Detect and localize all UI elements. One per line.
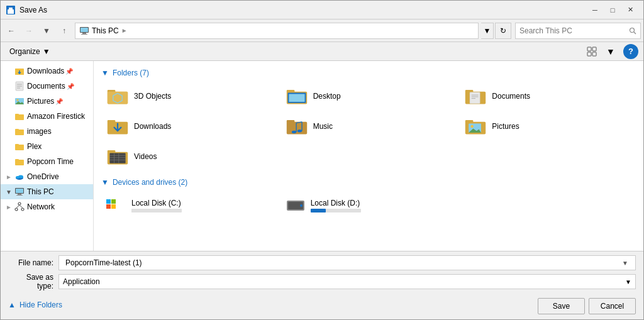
svg-rect-67: [465, 120, 474, 123]
sidebar-item-network[interactable]: ► Network: [1, 199, 93, 214]
sidebar-item-images[interactable]: images: [1, 124, 93, 139]
address-dropdown-button[interactable]: ▼: [481, 23, 494, 39]
sidebar-downloads-label: Downloads: [27, 67, 64, 75]
maximize-button[interactable]: □: [604, 4, 621, 16]
view-icon: [587, 47, 597, 57]
filename-label: File name:: [8, 258, 58, 267]
drive-d[interactable]: Local Disk (D:): [280, 192, 457, 219]
filename-dropdown-button[interactable]: ▼: [619, 256, 631, 270]
saveastype-select[interactable]: Application ▼: [58, 274, 636, 289]
folder-documents-name: Documents: [492, 92, 530, 101]
svg-line-8: [634, 32, 636, 34]
svg-rect-11: [587, 52, 591, 56]
sidebar-network-label: Network: [27, 202, 55, 211]
folder-downloads[interactable]: Downloads: [101, 113, 278, 140]
folder-music[interactable]: Music: [280, 113, 457, 140]
folder-videos-name: Videos: [134, 152, 157, 161]
svg-rect-5: [82, 33, 86, 34]
path-text: This PC: [92, 26, 119, 35]
drive-d-bar: [311, 209, 326, 212]
svg-line-41: [16, 205, 19, 208]
computer-icon-sidebar: [14, 187, 25, 197]
view-dropdown-button[interactable]: ▼: [602, 44, 619, 59]
sidebar-popcorn-label: Popcorn Time: [27, 157, 74, 166]
path-arrow: ►: [121, 27, 128, 34]
svg-rect-10: [592, 47, 596, 51]
svg-rect-35: [16, 189, 23, 193]
folder-3d-objects[interactable]: 3D Objects: [101, 82, 278, 110]
up-button[interactable]: ↑: [56, 23, 72, 39]
svg-rect-12: [592, 52, 596, 56]
folder-music-icon: [284, 115, 309, 138]
drive-c[interactable]: Local Disk (C:): [101, 192, 278, 219]
folder-icon-plex: [14, 141, 25, 152]
folder-desktop-name: Desktop: [313, 92, 341, 101]
sidebar-item-popcorntime[interactable]: Popcorn Time: [1, 154, 93, 169]
filename-row: File name: ▼: [8, 255, 636, 270]
svg-point-69: [471, 125, 474, 128]
folder-pictures[interactable]: Pictures: [459, 113, 636, 140]
folders-section-header[interactable]: ▼ Folders (7): [101, 69, 636, 77]
drive-d-bar-container: [311, 209, 361, 212]
filename-input[interactable]: [63, 258, 619, 267]
svg-rect-80: [111, 204, 116, 209]
window-controls: ─ □ ✕: [587, 4, 638, 16]
organize-arrow: ▼: [43, 47, 50, 56]
back-button[interactable]: ←: [3, 23, 19, 39]
minimize-button[interactable]: ─: [587, 4, 603, 16]
help-button[interactable]: ?: [623, 44, 638, 59]
sidebar-item-documents[interactable]: Documents 📌: [1, 79, 93, 94]
refresh-button[interactable]: ↻: [495, 23, 511, 39]
view-options-button[interactable]: [583, 44, 601, 59]
sidebar-item-downloads[interactable]: Downloads 📌: [1, 63, 93, 79]
svg-rect-28: [15, 144, 19, 146]
folder-downloads-icon: [105, 115, 130, 138]
dropdown-history-button[interactable]: ▼: [38, 23, 55, 39]
folder-documents[interactable]: Documents: [459, 82, 636, 110]
sidebar-item-pictures[interactable]: Pictures 📌: [1, 94, 93, 109]
cancel-button[interactable]: Cancel: [589, 298, 636, 314]
folder-desktop[interactable]: Desktop: [280, 82, 457, 110]
svg-point-38: [18, 202, 21, 205]
hide-folders-toggle[interactable]: ▲ Hide Folders: [8, 298, 62, 312]
sidebar-item-thispc[interactable]: ▼ This PC: [1, 184, 93, 199]
organize-button[interactable]: Organize ▼: [6, 44, 54, 59]
close-button[interactable]: ✕: [622, 4, 638, 16]
drive-c-info: Local Disk (C:): [131, 199, 182, 212]
search-input[interactable]: [519, 26, 629, 35]
svg-rect-1: [8, 9, 14, 14]
drives-grid: Local Disk (C:): [101, 192, 636, 219]
folders-grid: 3D Objects Desktop: [101, 82, 636, 170]
svg-point-40: [21, 208, 24, 211]
save-button[interactable]: Save: [538, 298, 585, 314]
folder-videos-icon: [105, 145, 130, 168]
svg-rect-58: [108, 120, 116, 123]
actions-row: Save Cancel: [62, 294, 636, 316]
svg-rect-36: [18, 194, 21, 195]
sidebar-amazon-label: Amazon Firestick: [27, 112, 85, 121]
search-box: [515, 23, 641, 39]
folder-videos[interactable]: Videos: [101, 143, 278, 170]
svg-rect-73: [109, 153, 125, 163]
devices-label: Devices and drives (2): [113, 178, 187, 187]
forward-button[interactable]: →: [21, 23, 37, 39]
toolbar: Organize ▼ ▼ ?: [1, 42, 643, 61]
sidebar-thispc-label: This PC: [27, 187, 54, 196]
saveastype-value: Application: [63, 277, 625, 286]
svg-rect-59: [286, 122, 306, 135]
download-folder-icon: [14, 66, 25, 76]
svg-rect-48: [286, 90, 294, 93]
sidebar-documents-label: Documents: [27, 82, 65, 91]
dialog-title: Save As: [19, 6, 587, 14]
folder-icon-images: [14, 126, 25, 136]
pictures-icon: [14, 96, 25, 106]
sidebar-item-amazon[interactable]: Amazon Firestick: [1, 109, 93, 124]
address-path[interactable]: This PC ►: [75, 23, 479, 39]
svg-point-39: [15, 208, 18, 211]
devices-section-header[interactable]: ▼ Devices and drives (2): [101, 178, 636, 187]
sidebar-item-plex[interactable]: Plex: [1, 139, 93, 154]
organize-label: Organize: [9, 47, 40, 56]
sidebar-item-onedrive[interactable]: ► OneDrive: [1, 169, 93, 184]
sidebar-pictures-label: Pictures: [27, 97, 54, 106]
svg-rect-53: [470, 92, 480, 104]
